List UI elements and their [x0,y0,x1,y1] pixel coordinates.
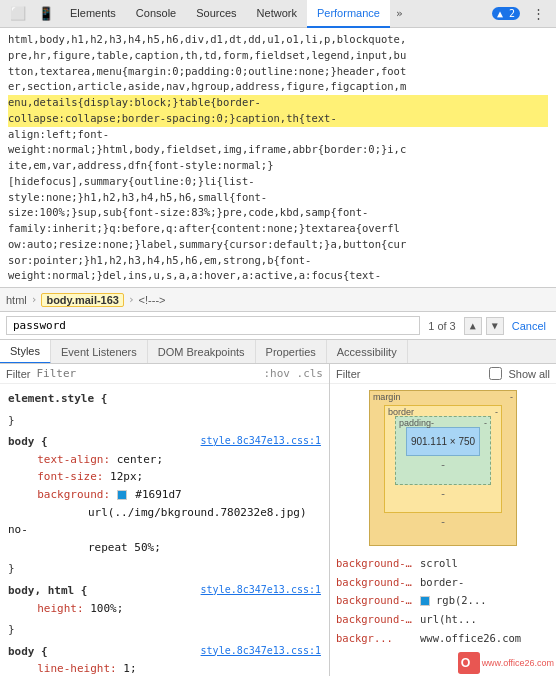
computed-val-3: rgb(2... [436,592,550,609]
box-filter-label: Filter [336,368,360,380]
computed-item-3: background-co... rgb(2... [334,591,552,610]
inspect-icon[interactable]: ⬜ [4,0,32,28]
style-rule-body2: body { style.8c347e13.css:1 line-height:… [0,641,329,676]
search-count: 1 of 3 [428,320,456,332]
tab-console[interactable]: Console [126,0,186,28]
computed-item-5: backgr... www.office26.com [334,629,552,648]
tab-event-listeners[interactable]: Event Listeners [51,340,148,364]
computed-swatch-3[interactable] [420,596,430,606]
computed-prop-3: background-co... [336,592,416,609]
breadcrumb-html[interactable]: html [6,294,27,306]
computed-item-2: background-cl... border- [334,573,552,592]
computed-val-2: border- [420,574,550,591]
computed-prop-5: backgr... [336,630,416,647]
color-swatch-1691d7[interactable] [117,490,127,500]
tab-sources[interactable]: Sources [186,0,246,28]
pseudo-filter-button[interactable]: :hov .cls [263,367,323,380]
code-line-7: align:left;font- [8,127,548,143]
box-panel: Filter Show all margin - border - paddin… [330,364,556,676]
margin-label: margin [373,392,401,402]
padding-label: padding- [399,418,434,428]
search-bar: 1 of 3 ▲ ▼ Cancel [0,312,556,340]
margin-bottom-dash: - [384,513,502,531]
style-rule-close1: } [0,410,329,432]
show-all-label: Show all [508,368,550,380]
computed-val-5: www.office26.com [420,630,550,647]
svg-text:O: O [460,656,470,670]
tabs-more-button[interactable]: » [390,0,409,28]
border-bottom-dash: - [395,485,491,503]
search-prev-button[interactable]: ▲ [464,317,482,335]
show-all-checkbox[interactable] [489,367,502,380]
code-line-5: enu,details{display:block;}table{border- [8,95,548,111]
office-logo-icon: O [458,652,480,674]
code-line-1: html,body,h1,h2,h3,h4,h5,h6,div,d1,dt,dd… [8,32,548,48]
code-line-10: [hidefocus],summary{outline:0;}li{list- [8,174,548,190]
computed-item-4: background-im... url(ht... [334,610,552,629]
panel-tabs: Styles Event Listeners DOM Breakpoints P… [0,340,556,364]
style-source-body-html[interactable]: style.8c347e13.css:1 [201,582,321,598]
tab-bar: ⬜ 📱 Elements Console Sources Network Per… [0,0,556,28]
filter-bar: Filter :hov .cls [0,364,329,384]
breadcrumb-comment[interactable]: <!---> [139,294,166,306]
code-line-11: style:none;}h1,h2,h3,h4,h5,h6,small{font… [8,190,548,206]
code-line-16: weight:normal;}del,ins,u,s,a,a:hover,a:a… [8,268,548,284]
style-rule-close3: } [0,619,329,641]
breadcrumb-body[interactable]: body.mail-163 [41,293,124,307]
style-selector-body2: body { [8,645,48,658]
watermark: O www.office26.com [458,652,554,674]
code-line-4: er,section,article,aside,nav,hgroup,addr… [8,79,548,95]
styles-panel: Filter :hov .cls element.style { } body … [0,364,330,676]
filter-input[interactable] [36,367,257,380]
bottom-content: Filter :hov .cls element.style { } body … [0,364,556,676]
margin-dash-top: - [510,392,513,402]
more-options-icon[interactable]: ⋮ [524,0,552,28]
code-panel: html,body,h1,h2,h3,h4,h5,h6,div,d1,dt,dd… [0,28,556,288]
code-line-2: pre,hr,figure,table,caption,th,td,form,f… [8,48,548,64]
watermark-content: O www.office26.com [458,652,554,674]
style-rule-body1: body { style.8c347e13.css:1 text-align: … [0,431,329,558]
code-line-15: sor:pointer;}h1,h2,h3,h4,h5,h6,em,strong… [8,253,548,269]
computed-prop-1: background-at... [336,555,416,572]
code-line-8: weight:normal;}html,body,fieldset,img,if… [8,142,548,158]
tab-properties[interactable]: Properties [256,340,327,364]
box-model-content: 901.111 × 750 [406,427,480,456]
tab-elements[interactable]: Elements [60,0,126,28]
computed-val-1: scroll [420,555,550,572]
style-selector-body-html: body, html { [8,584,87,597]
computed-list: background-at... scroll background-cl...… [330,552,556,650]
search-cancel-button[interactable]: Cancel [508,320,550,332]
style-selector-body1: body { [8,435,48,448]
style-source-body1[interactable]: style.8c347e13.css:1 [201,433,321,449]
tab-styles[interactable]: Styles [0,340,51,364]
error-badge: ▲ 2 [492,7,520,20]
code-line-3: tton,textarea,menu{margin:0;padding:0;ou… [8,64,548,80]
tab-network[interactable]: Network [247,0,307,28]
style-rule-close2: } [0,558,329,580]
breadcrumb-bar: html › body.mail-163 › <!---> [0,288,556,312]
code-line-14: ow:auto;resize:none;}label,summary{curso… [8,237,548,253]
device-icon[interactable]: 📱 [32,0,60,28]
computed-prop-4: background-im... [336,611,416,628]
style-rule-body-html: body, html { style.8c347e13.css:1 height… [0,580,329,619]
code-line-9: ite,em,var,address,dfn{font-style:normal… [8,158,548,174]
padding-dash: - [484,418,487,428]
styles-content: element.style { } body { style.8c347e13.… [0,384,329,676]
box-filter-bar: Filter Show all [330,364,556,384]
computed-prop-2: background-cl... [336,574,416,591]
code-line-12: size:100%;}sup,sub{font-size:83%;}pre,co… [8,205,548,221]
watermark-text: www.office26.com [482,658,554,668]
border-dash: - [495,407,498,417]
style-rule-element: element.style { [0,388,329,410]
padding-bottom-dash: - [406,456,480,474]
tab-accessibility[interactable]: Accessibility [327,340,408,364]
search-next-button[interactable]: ▼ [486,317,504,335]
code-line-6: collapse:collapse;border-spacing:0;}capt… [8,111,548,127]
box-model-area: margin - border - padding- - 901.111 × 7… [330,384,556,552]
box-model-margin: margin - border - padding- - 901.111 × 7… [369,390,517,546]
search-input[interactable] [6,316,420,335]
tab-dom-breakpoints[interactable]: DOM Breakpoints [148,340,256,364]
box-model-border: border - padding- - 901.111 × 750 - - [384,405,502,513]
tab-performance[interactable]: Performance [307,0,390,28]
style-source-body2[interactable]: style.8c347e13.css:1 [201,643,321,659]
